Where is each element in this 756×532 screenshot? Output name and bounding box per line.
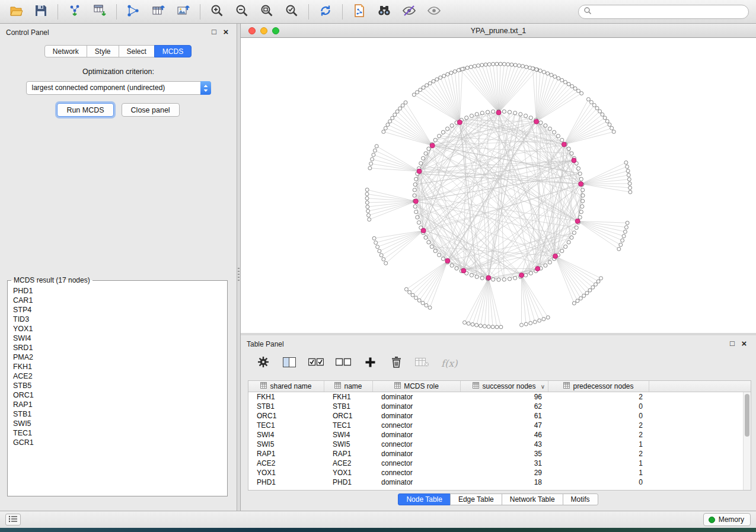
table-panel: Table Panel □ ×: [241, 335, 756, 511]
new-network-button[interactable]: [121, 2, 146, 21]
result-node[interactable]: PMA2: [13, 352, 222, 362]
tab-network-table[interactable]: Network Table: [502, 493, 563, 505]
zoom-out-button[interactable]: [229, 2, 254, 21]
binoculars-icon: [377, 4, 392, 20]
column-header-mcds-role[interactable]: MCDS role: [373, 381, 461, 392]
result-node[interactable]: STB1: [13, 409, 222, 419]
close-panel-button[interactable]: ×: [221, 27, 231, 37]
refresh-layout-button[interactable]: [313, 2, 338, 21]
tab-select[interactable]: Select: [119, 45, 155, 57]
open-file-button[interactable]: [4, 2, 28, 21]
tab-mcds[interactable]: MCDS: [154, 45, 192, 57]
cell-name: ORC1: [324, 411, 373, 421]
result-node[interactable]: ORC1: [13, 390, 222, 400]
criterion-select[interactable]: largest connected component (undirected): [26, 81, 211, 95]
search-icon: [583, 7, 592, 17]
cell-name: YOX1: [324, 468, 373, 477]
result-node[interactable]: SRD1: [13, 343, 222, 352]
result-node[interactable]: SWI5: [13, 419, 222, 428]
tab-network[interactable]: Network: [44, 45, 87, 57]
unselect-all-columns-button[interactable]: [336, 355, 351, 371]
result-node[interactable]: FKH1: [13, 362, 222, 371]
sort-descending-icon[interactable]: ∨: [541, 383, 545, 390]
tab-node-table[interactable]: Node Table: [398, 493, 451, 505]
table-header-row: shared name name MCDS role successor nod…: [248, 381, 751, 392]
table-row[interactable]: ACE2 ACE2 connector 31 1: [248, 459, 751, 468]
float-table-panel-button[interactable]: □: [728, 339, 737, 348]
result-node[interactable]: TEC1: [13, 428, 222, 438]
table-row[interactable]: PHD1 PHD1 dominator 18 0: [248, 477, 751, 487]
hide-graphics-details-button[interactable]: [397, 2, 422, 21]
cell-shared-name: TEC1: [248, 421, 324, 430]
network-canvas[interactable]: [241, 38, 756, 333]
result-node[interactable]: GCR1: [13, 438, 222, 447]
column-header-shared-name[interactable]: shared name: [248, 381, 324, 392]
close-mcds-panel-button[interactable]: Close panel: [122, 103, 180, 117]
table-row[interactable]: SWI5 SWI5 connector 43 1: [248, 440, 751, 449]
cell-successor-nodes: 96: [461, 392, 548, 402]
delete-column-button[interactable]: [389, 355, 403, 371]
run-mcds-button[interactable]: Run MCDS: [57, 103, 113, 117]
table-row[interactable]: STB1 STB1 dominator 62 0: [248, 402, 751, 411]
cell-shared-name: PHD1: [248, 477, 324, 487]
window-zoom-button[interactable]: [272, 27, 279, 34]
window-minimize-button[interactable]: [260, 27, 267, 34]
column-header-predecessor-nodes[interactable]: predecessor nodes: [548, 381, 649, 392]
column-label: MCDS role: [404, 382, 439, 390]
result-node[interactable]: PHD1: [13, 286, 222, 296]
scrollbar-thumb[interactable]: [745, 394, 749, 437]
table-row[interactable]: FKH1 FKH1 dominator 96 2: [248, 392, 751, 402]
zoom-in-button[interactable]: [205, 2, 229, 21]
column-header-name[interactable]: name: [324, 381, 373, 392]
splitter-grip: [238, 268, 240, 281]
cell-name: PHD1: [324, 477, 373, 487]
mcds-result-list: PHD1 CAR1 STP4 TID3 YOX1 SWI4 SRD1 PMA2 …: [8, 284, 227, 449]
table-row[interactable]: TEC1 TEC1 connector 47 2: [248, 421, 751, 430]
zoom-selected-button[interactable]: [279, 2, 304, 21]
result-node[interactable]: SWI4: [13, 334, 222, 343]
result-node[interactable]: RAP1: [13, 400, 222, 409]
float-panel-button[interactable]: □: [209, 27, 219, 37]
search-input[interactable]: [594, 6, 748, 18]
export-table-button[interactable]: [146, 2, 171, 21]
table-scrollbar[interactable]: [743, 392, 751, 490]
result-node[interactable]: CAR1: [13, 296, 222, 305]
create-column-button[interactable]: [363, 355, 377, 371]
close-table-panel-button[interactable]: ×: [739, 339, 749, 348]
tab-edge-table[interactable]: Edge Table: [450, 493, 502, 505]
search-network-button[interactable]: [372, 2, 397, 21]
function-builder-button-disabled: f(x): [441, 355, 457, 371]
table-row[interactable]: YOX1 YOX1 connector 29 1: [248, 468, 751, 477]
export-network-button[interactable]: [347, 2, 372, 21]
table-panel-tabs: Node Table Edge Table Network Table Moti…: [241, 493, 756, 505]
table-row[interactable]: RAP1 RAP1 dominator 35 2: [248, 449, 751, 459]
task-history-button[interactable]: [5, 514, 21, 525]
import-table-from-file-button[interactable]: [87, 2, 112, 21]
result-node[interactable]: STP4: [13, 305, 222, 315]
table-row[interactable]: ORC1 ORC1 dominator 61 0: [248, 411, 751, 421]
column-header-successor-nodes[interactable]: successor nodes ∨: [461, 381, 548, 392]
table-settings-button[interactable]: [256, 355, 270, 371]
result-node[interactable]: YOX1: [13, 324, 222, 334]
table-row[interactable]: SWI4 SWI4 dominator 46 2: [248, 430, 751, 440]
select-all-columns-button[interactable]: [308, 355, 324, 371]
trash-icon: [391, 356, 401, 370]
tab-style[interactable]: Style: [87, 45, 119, 57]
tab-motifs[interactable]: Motifs: [563, 493, 598, 505]
save-session-button[interactable]: [28, 2, 53, 21]
cell-mcds-role: connector: [373, 421, 461, 430]
import-network-from-file-button[interactable]: [62, 2, 87, 21]
result-node[interactable]: ACE2: [13, 371, 222, 381]
document-share-icon: [352, 4, 366, 20]
cell-name: RAP1: [324, 449, 373, 459]
show-column-panel-button[interactable]: [282, 355, 296, 371]
zoom-fit-button[interactable]: [254, 2, 279, 21]
result-node[interactable]: STB5: [13, 381, 222, 390]
memory-button[interactable]: Memory: [703, 513, 751, 526]
show-graphics-details-button[interactable]: [422, 2, 446, 21]
export-image-button[interactable]: [171, 2, 196, 21]
cell-mcds-role: dominator: [373, 411, 461, 421]
cell-mcds-role: dominator: [373, 392, 461, 402]
result-node[interactable]: TID3: [13, 315, 222, 324]
window-close-button[interactable]: [248, 27, 256, 34]
